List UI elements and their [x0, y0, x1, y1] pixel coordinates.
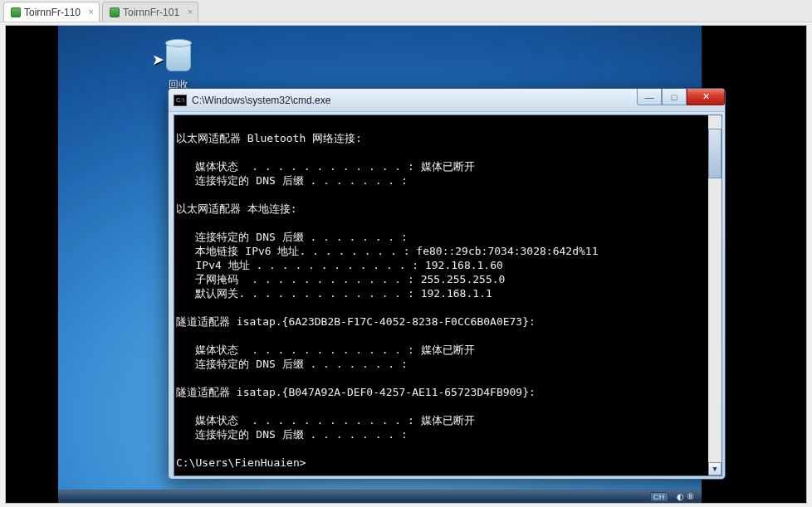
vm-icon — [11, 7, 21, 17]
language-indicator[interactable]: CH — [650, 492, 668, 502]
cmd-title-text: C:\Windows\system32\cmd.exe — [192, 95, 330, 106]
host-tab-bar: ToirnnFr-110 × ToirnnFr-101 × — [0, 0, 812, 22]
host-tab-1[interactable]: ToirnnFr-101 × — [102, 2, 198, 22]
tray-extra[interactable]: ◐ ⑧ — [673, 492, 698, 501]
vm-icon — [110, 7, 120, 17]
scrollbar-track[interactable]: ▲ ▼ — [708, 115, 722, 475]
cmd-text: 以太网适配器 Bluetooth 网络连接: 媒体状态 . . . . . . … — [176, 117, 707, 470]
close-icon[interactable]: × — [89, 7, 94, 17]
minimize-button[interactable]: — — [637, 89, 662, 105]
recycle-bin-icon[interactable]: 回收 — [155, 40, 202, 92]
close-button[interactable]: ✕ — [687, 89, 725, 105]
window-controls: — □ ✕ — [637, 89, 725, 105]
cmd-window[interactable]: C:\ C:\Windows\system32\cmd.exe — □ ✕ 以太… — [168, 88, 726, 480]
maximize-button[interactable]: □ — [662, 89, 687, 105]
bin-icon — [164, 43, 193, 76]
host-tab-0[interactable]: ToirnnFr-110 × — [3, 2, 100, 22]
vm-viewport: 回收 ➤ C:\ C:\Windows\system32\cmd.exe — □… — [5, 25, 807, 504]
scrollbar-thumb[interactable] — [708, 129, 722, 178]
guest-taskbar[interactable]: CH ◐ ⑧ — [58, 490, 702, 503]
cmd-titlebar[interactable]: C:\ C:\Windows\system32\cmd.exe — □ ✕ — [169, 89, 725, 112]
scroll-down-icon[interactable]: ▼ — [708, 462, 722, 475]
host-tab-label: ToirnnFr-110 — [24, 7, 81, 18]
host-tab-label: ToirnnFr-101 — [123, 7, 179, 18]
cmd-app-icon: C:\ — [174, 95, 187, 106]
close-icon[interactable]: × — [188, 7, 193, 17]
cmd-output[interactable]: 以太网适配器 Bluetooth 网络连接: 媒体状态 . . . . . . … — [174, 115, 722, 476]
